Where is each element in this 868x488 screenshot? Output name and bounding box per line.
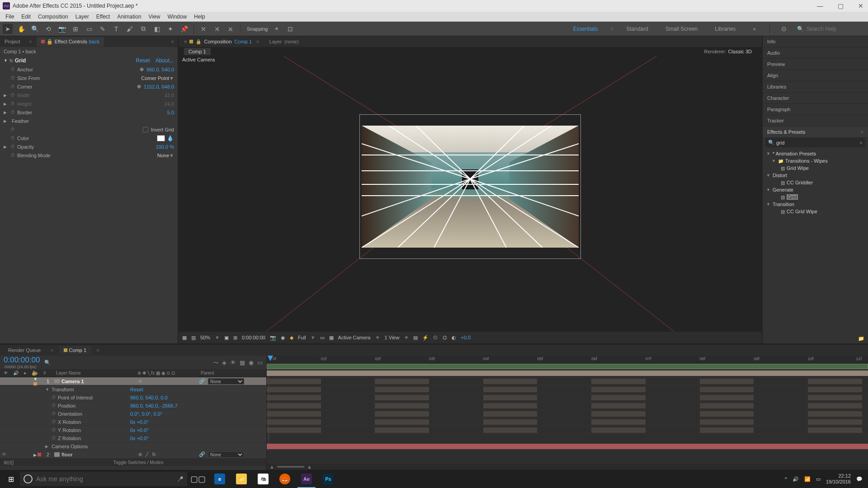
tree-transition[interactable]: ▼Transition (765, 201, 865, 208)
eyedropper-icon[interactable]: 💧 (167, 135, 174, 141)
panel-info[interactable]: Info (763, 36, 868, 47)
workspace-standard[interactable]: Standard (622, 24, 653, 34)
selection-tool-icon[interactable]: ➤ (3, 24, 13, 34)
mask-icon[interactable]: ▣ (224, 335, 229, 341)
twirl-icon[interactable]: ▼ (4, 58, 8, 63)
transform-reset[interactable]: Reset (127, 387, 143, 392)
taskbar-clock[interactable]: 22:1219/10/2016 (826, 473, 851, 485)
zoom-in-icon[interactable]: ▲ (307, 464, 312, 469)
snap-collapse-icon[interactable]: ⊡ (285, 24, 295, 34)
roi-icon[interactable]: ▭ (320, 335, 325, 341)
draft3d-icon[interactable]: ◈ (222, 359, 226, 366)
panel-libraries[interactable]: Libraries (763, 81, 868, 93)
menu-effect[interactable]: Effect (93, 13, 113, 21)
sync-icon[interactable]: ⊙ (779, 24, 789, 34)
tree-generate[interactable]: ▼Generate (765, 186, 865, 193)
playhead-icon[interactable] (268, 356, 273, 361)
viewer[interactable]: Active Camera (179, 56, 762, 332)
prop-border-value[interactable]: 5.0 (167, 110, 174, 115)
stopwatch-icon[interactable]: ⏱ (10, 136, 15, 141)
graph-editor-icon[interactable]: ▭ (257, 359, 263, 366)
prop-corner-value[interactable]: 1152.0, 648.0 (144, 84, 174, 89)
timeline-toggle-icon[interactable]: ⊡ (7, 460, 11, 465)
search-help-input[interactable] (807, 26, 861, 32)
close-icon[interactable]: × (184, 39, 187, 44)
stopwatch-icon[interactable]: ⏱ (52, 403, 56, 408)
type-tool-icon[interactable]: T (111, 24, 121, 34)
layer-row-camera[interactable]: ▼ 1 Camera 1 ⊕ 🔗None (0, 377, 266, 385)
timeline-graph[interactable]: 0f 01f 02f 03f 04f 05f 06f 07f 08f 09f 1… (267, 356, 868, 470)
pickwhip-icon[interactable]: 🔗 (199, 378, 205, 384)
menu-composition[interactable]: Composition (34, 13, 72, 21)
tray-chevron-icon[interactable]: ^ (785, 476, 787, 482)
minimize-button[interactable]: — (815, 2, 825, 9)
crosshair-icon[interactable]: ⊕ (140, 66, 144, 72)
tree-trans-wipes[interactable]: ▼📁Transitions - Wipes (765, 157, 865, 164)
twirl-icon[interactable]: ▶ (4, 110, 10, 115)
taskbar-edge[interactable]: e (209, 470, 231, 488)
zoom-out-icon[interactable]: ▲ (269, 464, 274, 469)
camera-select[interactable]: Active Camera (338, 335, 371, 340)
stopwatch-icon[interactable]: ⏱ (10, 67, 15, 72)
dropdown-icon[interactable]: ▼ (169, 153, 174, 158)
zoom-slider[interactable] (277, 466, 304, 468)
menu-animation[interactable]: Animation (113, 13, 145, 21)
tab-effect-controls[interactable]: 🔒 Effect Controls back (37, 37, 104, 47)
taskbar-photoshop[interactable]: Ps (317, 470, 339, 488)
comp-flowchart-icon[interactable]: ⤳ (213, 359, 218, 366)
views-select[interactable]: 1 View (385, 335, 400, 340)
menu-edit[interactable]: Edit (18, 13, 34, 21)
comp-subtab[interactable]: Comp 1 (184, 48, 211, 55)
menu-file[interactable]: File (2, 13, 18, 21)
twirl-icon[interactable]: ▼ (45, 387, 50, 392)
speaker-icon[interactable]: 🔊 (11, 371, 20, 375)
stopwatch-icon[interactable]: ⏱ (52, 411, 56, 416)
safe-zones-icon[interactable]: ▦ (182, 335, 187, 341)
tray-network-icon[interactable]: 📶 (804, 476, 811, 482)
mic-icon[interactable]: 🎤 (177, 476, 184, 482)
taskbar-firefox[interactable]: 🦊 (274, 470, 296, 488)
start-button[interactable]: ⊞ (2, 470, 20, 488)
flowchart-icon[interactable]: ⌬ (443, 335, 447, 341)
frame-blend-icon[interactable]: ▦ (240, 359, 245, 366)
panel-paragraph[interactable]: Paragraph (763, 104, 868, 115)
twirl-icon[interactable]: ▶ (4, 93, 10, 98)
xrot-value[interactable]: 0x +0.0° (127, 419, 149, 425)
show-snapshot-icon[interactable]: ◉ (281, 335, 285, 341)
menu-view[interactable]: View (145, 13, 164, 21)
tab-project-close-icon[interactable]: × (24, 37, 36, 46)
panel-menu-icon[interactable]: ≡ (96, 347, 99, 353)
grid-toggle-icon[interactable]: ▦ (329, 335, 334, 341)
guides-icon[interactable]: ⊞ (233, 335, 237, 341)
fast-preview-icon[interactable]: ⚡ (422, 335, 429, 341)
reset-link[interactable]: Reset (136, 57, 150, 64)
menu-layer[interactable]: Layer (72, 13, 93, 21)
taskbar-store[interactable]: 🛍 (252, 470, 274, 488)
current-time[interactable]: 0:00:00:00 (242, 335, 265, 340)
motion-blur-icon[interactable]: ◉ (249, 359, 254, 366)
twirl-icon[interactable]: ▶ (45, 444, 50, 449)
yrot-value[interactable]: 0x +0.0° (127, 427, 149, 433)
stopwatch-icon[interactable]: ⏱ (10, 101, 15, 107)
dropdown-icon[interactable]: ▼ (169, 75, 174, 81)
parent-select[interactable]: None (208, 451, 244, 458)
rotate-tool-icon[interactable]: ⟲ (43, 24, 53, 34)
twirl-icon[interactable]: ▶ (4, 145, 10, 149)
taskbar-explorer[interactable]: 📁 (231, 470, 252, 488)
prop-anchor-value[interactable]: 960.0, 540.0 (146, 67, 174, 72)
work-area-bar[interactable] (267, 364, 868, 369)
panel-preview[interactable]: Preview (763, 59, 868, 70)
lock-icon[interactable]: 🔒 (196, 39, 201, 44)
panel-effects-presets[interactable]: Effects & Presets≡ (763, 127, 868, 138)
effects-search-input[interactable] (776, 140, 858, 145)
stopwatch-icon[interactable]: ⏱ (10, 127, 15, 132)
fx-badge-icon[interactable]: fx (9, 58, 13, 63)
brush-tool-icon[interactable]: 🖌 (125, 24, 135, 34)
cortana-input[interactable] (36, 475, 174, 483)
eraser-tool-icon[interactable]: ◧ (152, 24, 162, 34)
tray-volume-icon[interactable]: 🔊 (793, 476, 799, 482)
twirl-icon[interactable]: ▶ (4, 119, 10, 123)
stopwatch-icon[interactable]: ⏱ (52, 436, 56, 441)
renderer-label[interactable]: Renderer:Classic 3D (704, 49, 757, 54)
panel-character[interactable]: Character (763, 93, 868, 104)
